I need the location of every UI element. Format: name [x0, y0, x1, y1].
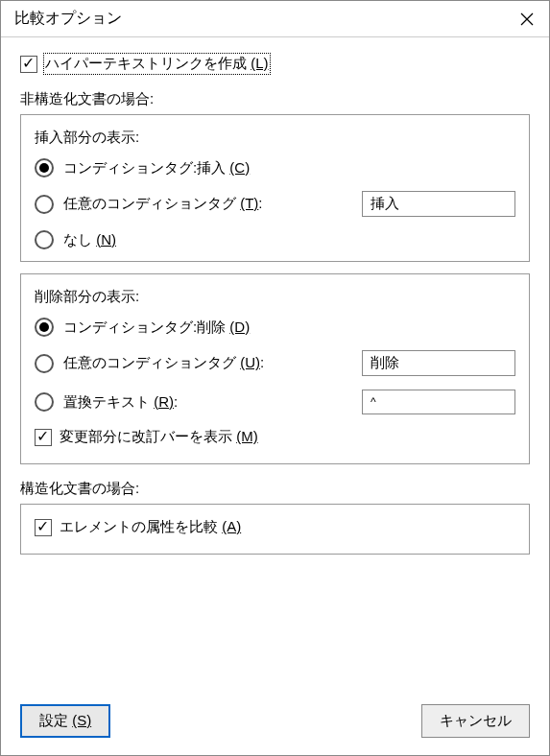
cancel-button[interactable]: キャンセル — [421, 704, 530, 738]
structured-group: エレメントの属性を比較 (A) — [20, 504, 530, 555]
insert-custom-input[interactable] — [362, 191, 515, 217]
delete-condition-radio[interactable] — [35, 318, 54, 337]
compare-attrs-row: エレメントの属性を比較 (A) — [35, 518, 515, 536]
show-revision-bar-checkbox[interactable] — [35, 429, 52, 446]
insert-none-radio[interactable] — [35, 230, 54, 249]
show-revision-bar-row: 変更部分に改訂バーを表示 (M) — [35, 428, 515, 446]
window-title: 比較オプション — [14, 9, 122, 29]
insert-group: 挿入部分の表示: コンディションタグ:挿入 (C) 任意のコンディションタグ (… — [20, 114, 530, 262]
insert-none-label: なし (N) — [63, 231, 116, 249]
hypertext-row: ハイパーテキストリンクを作成 (L) — [20, 55, 530, 73]
compare-attrs-checkbox[interactable] — [35, 519, 52, 536]
structured-label: 構造化文書の場合: — [20, 480, 530, 498]
delete-replace-row: 置換テキスト (R): — [35, 390, 515, 414]
delete-custom-input[interactable] — [362, 350, 515, 376]
close-icon — [520, 12, 534, 26]
delete-custom-radio[interactable] — [35, 354, 54, 373]
delete-replace-input[interactable] — [362, 390, 515, 414]
footer: 設定 (S) キャンセル — [1, 695, 549, 755]
titlebar: 比較オプション — [1, 1, 549, 37]
insert-condition-label: コンディションタグ:挿入 (C) — [63, 159, 250, 177]
delete-group-title: 削除部分の表示: — [35, 288, 515, 306]
delete-group: 削除部分の表示: コンディションタグ:削除 (D) 任意のコンディションタグ (… — [20, 273, 530, 464]
insert-condition-row: コンディションタグ:挿入 (C) — [35, 158, 515, 177]
insert-condition-radio[interactable] — [35, 158, 54, 177]
hypertext-checkbox[interactable] — [20, 56, 37, 73]
delete-custom-label: 任意のコンディションタグ (U): — [63, 354, 264, 372]
show-revision-bar-label: 変更部分に改訂バーを表示 (M) — [60, 428, 258, 446]
delete-replace-radio[interactable] — [35, 392, 54, 412]
delete-condition-row: コンディションタグ:削除 (D) — [35, 318, 515, 337]
insert-custom-label: 任意のコンディションタグ (T): — [63, 195, 263, 213]
dialog-content: ハイパーテキストリンクを作成 (L) 非構造化文書の場合: 挿入部分の表示: コ… — [1, 37, 549, 695]
insert-none-row: なし (N) — [35, 230, 515, 249]
insert-custom-radio[interactable] — [35, 195, 54, 214]
compare-attrs-label: エレメントの属性を比較 (A) — [60, 518, 241, 536]
delete-custom-row: 任意のコンディションタグ (U): — [35, 350, 515, 376]
hypertext-label: ハイパーテキストリンクを作成 (L) — [45, 55, 269, 73]
set-button[interactable]: 設定 (S) — [20, 704, 110, 738]
unstructured-label: 非構造化文書の場合: — [20, 90, 530, 108]
insert-group-title: 挿入部分の表示: — [35, 129, 515, 147]
delete-condition-label: コンディションタグ:削除 (D) — [63, 319, 250, 337]
delete-replace-label: 置換テキスト (R): — [63, 393, 178, 412]
close-button[interactable] — [505, 1, 549, 37]
insert-custom-row: 任意のコンディションタグ (T): — [35, 191, 515, 217]
